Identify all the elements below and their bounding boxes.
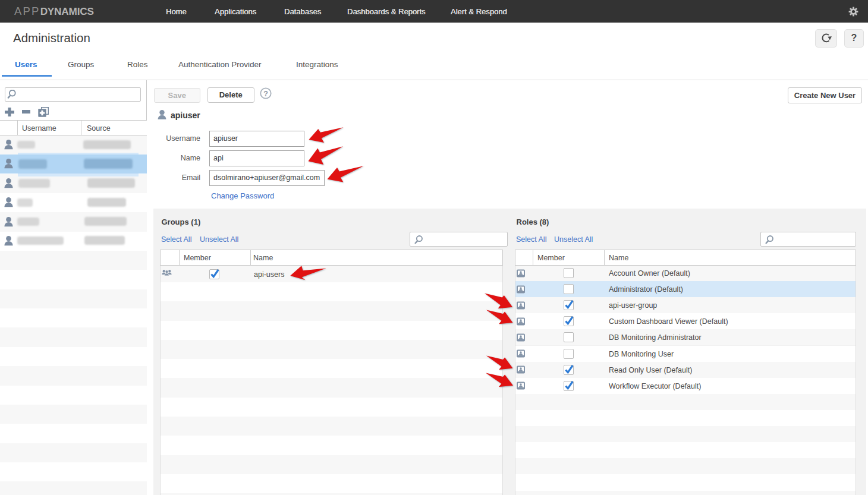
svg-text:?: ? [263, 90, 268, 98]
